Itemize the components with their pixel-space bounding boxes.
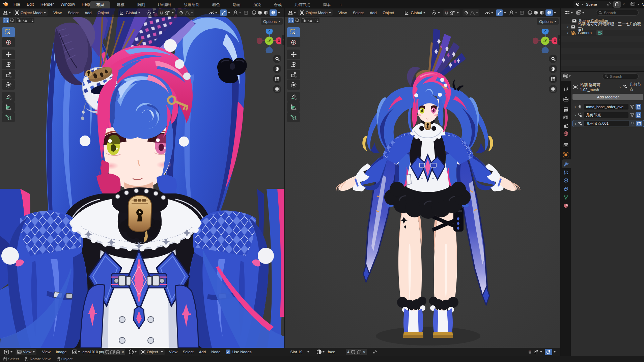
svg-text:X: X	[554, 39, 556, 43]
svg-text:-Y: -Y	[543, 39, 547, 43]
svg-text:Z: Z	[268, 29, 271, 33]
svg-text:X: X	[278, 39, 280, 43]
svg-text:Z: Z	[544, 29, 547, 33]
svg-text:-Y: -Y	[268, 39, 271, 43]
